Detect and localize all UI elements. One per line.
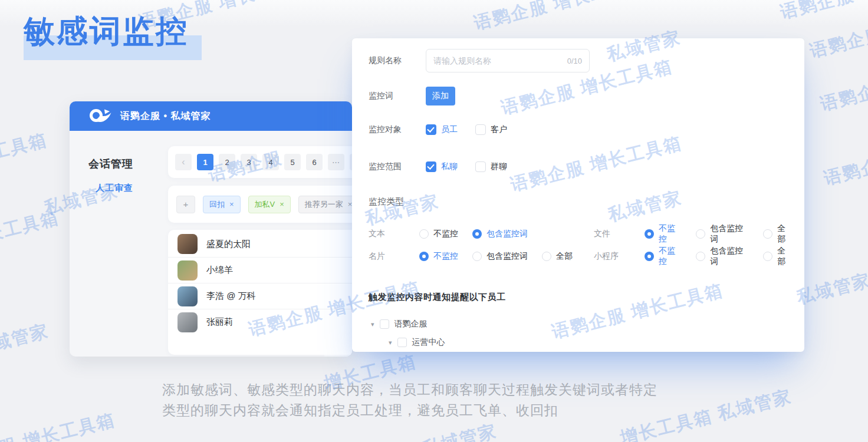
checkbox-checked-icon[interactable] [426,124,436,135]
chat-list-item[interactable]: 张丽莉 [168,309,352,335]
radio-file-all[interactable]: 全部 [763,223,793,245]
rule-name-row: 规则名称 0/10 [369,49,590,72]
pagination-page-2[interactable]: 2 [219,154,235,170]
checkbox-unchecked-icon[interactable] [380,319,389,329]
chat-list-item[interactable]: 小绵羊 [168,257,352,283]
pagination: ‹ 1 2 3 4 5 6 ⋯ 100 [168,146,352,178]
sensitive-tags-bar: + 回扣 × 加私V × 推荐另一家 × 不 [168,186,352,223]
monitor-type-label: 监控类型 [369,196,404,207]
radio-miniprogram-contains-words[interactable]: 包含监控词 [696,246,749,267]
radio-text-no-monitor[interactable]: 不监控 [419,229,458,239]
pagination-page-4[interactable]: 4 [262,154,279,170]
sidebar-item-session-management[interactable]: 会话管理 [88,157,133,171]
rule-settings-panel: 规则名称 0/10 监控词 添加 监控对象 员工 客户 监控范围 [352,38,804,352]
target-option-employee[interactable]: 员工 [426,124,458,135]
watermark-text: 语鹦企服 增长工具箱 [471,0,647,35]
description-line-1: 添加敏感词、敏感类型的聊天内容，当员工和顾客聊天过程触发关键词或者特定 [162,380,657,400]
monitor-scope-row: 监控范围 私聊 群聊 [369,160,507,173]
type-group-miniprogram: 小程序 不监控 包含监控词 全部 [594,246,793,267]
avatar [177,286,198,306]
radio-unchecked-icon[interactable] [472,252,482,261]
chat-name: 小绵羊 [206,265,233,276]
radio-checked-icon[interactable] [645,229,654,239]
add-monitor-word-button[interactable]: 添加 [426,87,455,105]
tag-close-icon[interactable]: × [229,200,234,209]
radio-text-contains-words[interactable]: 包含监控词 [472,229,528,239]
type-row-text-file: 文本 不监控 包含监控词 文件 不监控 包含监控词 [369,228,793,240]
checkbox-unchecked-icon[interactable] [475,161,486,172]
scope-option-group-chat[interactable]: 群聊 [475,161,507,172]
monitor-scope-label: 监控范围 [369,161,426,172]
pagination-prev-button[interactable]: ‹ [175,154,192,170]
checkbox-unchecked-icon[interactable] [397,338,407,347]
radio-checked-icon[interactable] [472,229,482,239]
watermark-text: 语鹦企服 [807,22,868,64]
watermark-text: 语鹦企服 [778,0,857,25]
char-counter: 0/10 [567,57,582,65]
rule-name-input-wrap: 0/10 [426,49,590,72]
radio-checked-icon[interactable] [419,252,429,261]
sidebar-item-manual-review[interactable]: 人工审查 [96,183,133,194]
watermark-text: 私域管家 [420,419,499,442]
description-line-2: 类型的聊天内容就会通知指定员工处理，避免员工飞单、收回扣 [162,400,657,421]
watermark-text: 增长工具箱 [0,128,50,174]
tree-node-company[interactable]: ▾ 语鹦企服 [371,319,428,329]
tag-label: 推荐另一家 [305,199,343,210]
radio-miniprogram-no-monitor[interactable]: 不监控 [645,246,682,267]
target-option-customer[interactable]: 客户 [475,124,507,135]
pagination-page-1[interactable]: 1 [197,154,213,170]
radio-unchecked-icon[interactable] [696,252,705,261]
radio-unchecked-icon[interactable] [696,229,705,239]
checkbox-unchecked-icon[interactable] [475,124,486,135]
radio-file-no-monitor[interactable]: 不监控 [645,223,682,245]
watermark-text: 增长工具箱 [0,206,62,252]
pagination-page-3[interactable]: 3 [241,154,257,170]
chat-list-item[interactable]: 李浩 @ 万科 [168,283,352,309]
scope-option-private-chat[interactable]: 私聊 [426,161,458,172]
add-tag-button[interactable]: + [176,196,195,213]
chat-name: 张丽莉 [206,316,233,328]
type-group-file: 文件 不监控 包含监控词 全部 [594,223,793,245]
brand-title: 语鹦企服 • 私域管家 [120,110,211,123]
avatar [177,312,198,332]
chat-name: 李浩 @ 万科 [206,291,256,302]
app-window: 语鹦企服 • 私域管家 会话管理 人工审查 ‹ 1 2 3 4 5 6 ⋯ 10… [70,101,352,357]
radio-unchecked-icon[interactable] [763,229,772,239]
radio-card-contains-words[interactable]: 包含监控词 [472,251,528,262]
monitor-target-label: 监控对象 [369,124,426,135]
brand-logo-icon [88,107,112,125]
radio-unchecked-icon[interactable] [763,252,772,261]
watermark-text: 企服 增长工具箱 [0,408,118,442]
tag-close-icon[interactable]: × [348,200,352,209]
radio-card-all[interactable]: 全部 [542,251,573,262]
radio-unchecked-icon[interactable] [419,229,429,239]
tag-jiasiv[interactable]: 加私V × [248,196,291,213]
checkbox-checked-icon[interactable] [426,161,436,172]
tree-node-operations-center[interactable]: ▾ 运营中心 [389,337,445,348]
tag-huikou[interactable]: 回扣 × [203,196,241,213]
notify-section-title: 触发监控内容时通知提醒以下员工 [369,292,506,303]
type-group-text: 文本 不监控 包含监控词 [369,229,594,239]
tag-tuijian[interactable]: 推荐另一家 × [298,196,352,213]
caret-down-icon[interactable]: ▾ [389,339,392,347]
radio-miniprogram-all[interactable]: 全部 [763,246,793,267]
tag-label: 加私V [255,199,275,210]
rule-name-label: 规则名称 [369,55,426,66]
tag-close-icon[interactable]: × [280,200,284,209]
avatar [177,234,198,254]
radio-checked-icon[interactable] [645,252,654,261]
radio-card-no-monitor[interactable]: 不监控 [419,251,458,262]
chat-list-item[interactable]: 盛夏的太阳 [168,231,352,257]
radio-unchecked-icon[interactable] [542,252,551,261]
feature-description: 添加敏感词、敏感类型的聊天内容，当员工和顾客聊天过程触发关键词或者特定 类型的聊… [162,380,657,421]
chat-list: 盛夏的太阳 小绵羊 李浩 @ 万科 张丽莉 [168,230,352,355]
pagination-page-5[interactable]: 5 [284,154,301,170]
monitor-words-row: 监控词 添加 [369,87,455,105]
rule-name-input[interactable] [433,56,567,65]
app-header: 语鹦企服 • 私域管家 [70,101,352,131]
caret-down-icon[interactable]: ▾ [371,321,374,328]
radio-file-contains-words[interactable]: 包含监控词 [696,223,749,245]
pagination-page-6[interactable]: 6 [306,154,323,170]
tag-label: 回扣 [209,199,225,210]
monitor-target-row: 监控对象 员工 客户 [369,123,507,136]
